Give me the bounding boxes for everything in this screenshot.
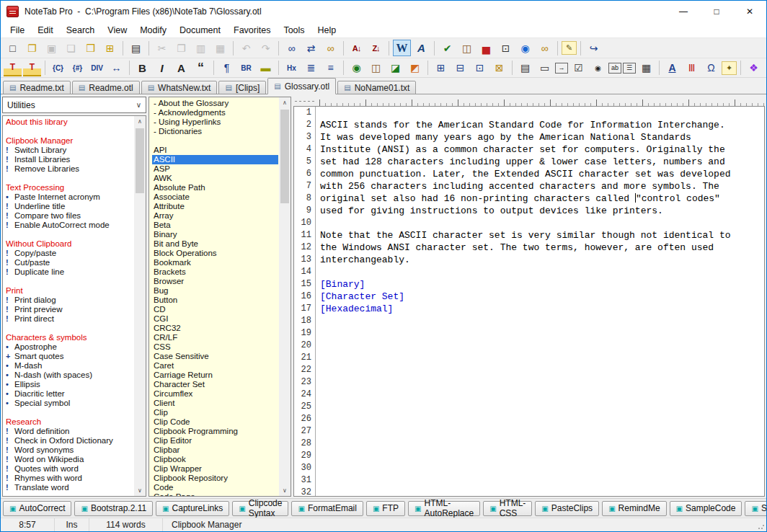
- table-wizard-icon[interactable]: ⊠: [490, 60, 508, 76]
- text-field-tag-icon[interactable]: ab: [608, 63, 621, 74]
- spell-check-icon[interactable]: ✔: [438, 40, 456, 56]
- glossary-item[interactable]: Associate: [152, 192, 278, 202]
- editor-line[interactable]: 32: [294, 487, 764, 497]
- font-color-tag-icon[interactable]: A: [172, 60, 190, 76]
- print-icon[interactable]: ▤: [127, 40, 145, 56]
- editor-line[interactable]: 24: [294, 389, 764, 401]
- table-cell-icon[interactable]: ⊡: [471, 60, 489, 76]
- glossary-item[interactable]: Absolute Path: [152, 183, 278, 192]
- editor-line[interactable]: 27: [294, 425, 764, 438]
- dictionary-icon[interactable]: ◫: [458, 40, 476, 56]
- glossary-item[interactable]: CRC32: [152, 324, 278, 333]
- insert-image-icon[interactable]: ◩: [406, 60, 424, 76]
- editor-line[interactable]: 11Note that the ASCII character set is v…: [294, 229, 764, 241]
- scrollbar-track[interactable]: [279, 108, 291, 485]
- sidebar-item[interactable]: •Special symbol: [6, 399, 133, 408]
- radio-tag-icon[interactable]: ◉: [589, 60, 607, 76]
- minimize-icon[interactable]: —: [667, 1, 700, 22]
- menu-search[interactable]: Search: [60, 22, 102, 37]
- tab-clips[interactable]: ▤[Clips]: [218, 81, 266, 94]
- sidebar-item[interactable]: !Word on Wikipedia: [6, 455, 133, 464]
- sidebar-heading[interactable]: Print: [6, 286, 133, 296]
- text-statistics-icon[interactable]: ▅: [477, 40, 495, 56]
- glossary-item[interactable]: [152, 136, 278, 146]
- sidebar-heading[interactable]: About this library: [6, 118, 133, 127]
- glossary-item[interactable]: Case Sensitive: [152, 352, 278, 361]
- sidebar-item[interactable]: •Ellipsis: [6, 380, 133, 389]
- editor-line[interactable]: 23: [294, 376, 764, 389]
- checkbox-tag-icon[interactable]: ☑: [569, 60, 588, 76]
- scroll-down-icon[interactable]: ∨: [279, 485, 291, 496]
- glossary-item[interactable]: Bug: [152, 286, 278, 296]
- glossary-item[interactable]: Button: [152, 296, 278, 305]
- tab-readme-txt[interactable]: ▤Readme.txt: [3, 81, 71, 94]
- form-tag-icon[interactable]: ▤: [516, 60, 534, 76]
- color-picker-icon[interactable]: Ⅲ: [683, 60, 701, 76]
- sidebar-heading[interactable]: Research: [6, 417, 133, 427]
- editor-line[interactable]: 3It was developed many years ago by the …: [294, 131, 764, 143]
- sidebar-item[interactable]: !Quotes with word: [6, 464, 133, 474]
- resize-grip[interactable]: [758, 523, 765, 530]
- editor-line[interactable]: 15[Binary]: [294, 278, 764, 291]
- clip-tab-smilies[interactable]: ▣Smilies: [745, 501, 767, 516]
- glossary-item[interactable]: Clipbook: [152, 455, 278, 464]
- close-tag-icon[interactable]: T: [23, 60, 41, 76]
- italic-tag-icon[interactable]: I: [153, 60, 171, 76]
- table-row-icon[interactable]: ⊟: [451, 60, 469, 76]
- editor-line[interactable]: 7with 256 characters including accented …: [294, 180, 764, 192]
- div-tag-icon[interactable]: DIV: [88, 60, 106, 76]
- sidebar-item[interactable]: !Check in Oxford Dictionary: [6, 436, 133, 445]
- scroll-down-icon[interactable]: ∨: [134, 485, 146, 496]
- glossary-item[interactable]: Clip Editor: [152, 436, 278, 445]
- replace-icon[interactable]: ⇄: [302, 40, 320, 56]
- sidebar-item[interactable]: !Cut/paste: [6, 258, 133, 267]
- paragraph-tag-icon[interactable]: ¶: [218, 60, 236, 76]
- menu-view[interactable]: View: [101, 22, 133, 37]
- glossary-item[interactable]: ASCII: [152, 155, 278, 164]
- add-to-favorites-icon[interactable]: ⊞: [101, 40, 119, 56]
- glossary-item[interactable]: CR/LF: [152, 333, 278, 342]
- address-book-icon[interactable]: ◫: [367, 60, 385, 76]
- clip-tab-html-autoreplace[interactable]: ▣HTML-AutoReplace: [408, 501, 480, 516]
- editor-line[interactable]: 25: [294, 401, 764, 413]
- sidebar-heading[interactable]: Characters & symbols: [6, 333, 133, 342]
- sidebar-item[interactable]: •N-dash (with spaces): [6, 371, 133, 380]
- sidebar-item[interactable]: •Paste Internet acronym: [6, 192, 133, 202]
- glossary-item[interactable]: CSS: [152, 342, 278, 352]
- glossary-item[interactable]: - Using Hyperlinks: [152, 118, 278, 127]
- glossary-item[interactable]: - Dictionaries: [152, 127, 278, 136]
- open-tag-icon[interactable]: T: [4, 60, 22, 76]
- glossary-item[interactable]: Clipbook Programming: [152, 427, 278, 436]
- sort-descending-icon[interactable]: Z↓: [367, 40, 385, 56]
- clip-tab-autocorrect[interactable]: ▣AutoCorrect: [3, 501, 71, 516]
- menu-document[interactable]: Document: [173, 22, 227, 37]
- editor-line[interactable]: 8original set also had 16 non-printing c…: [294, 192, 764, 205]
- clip-tab-capturelinks[interactable]: ▣CaptureLinks: [156, 501, 229, 516]
- web-search-icon[interactable]: ◉: [516, 40, 534, 56]
- sidebar-item[interactable]: !Word definition: [6, 427, 133, 436]
- scrollbar-thumb[interactable]: [136, 128, 144, 193]
- editor-line[interactable]: 12the Windows ANSI character set. The tw…: [294, 241, 764, 254]
- sidebar-heading[interactable]: Text Processing: [6, 183, 133, 192]
- text-attributes-icon[interactable]: A: [412, 40, 430, 56]
- open-file-icon[interactable]: ❐: [23, 40, 41, 56]
- clip-list-scrollbar[interactable]: ∧ ∨: [134, 116, 146, 496]
- menu-file[interactable]: File: [4, 22, 31, 37]
- glossary-item[interactable]: Bit and Byte: [152, 239, 278, 249]
- glossary-item[interactable]: - About the Glossary: [152, 99, 278, 108]
- glossary-item[interactable]: Block Operations: [152, 249, 278, 258]
- sidebar-item[interactable]: !Enable AutoCorrect mode: [6, 221, 133, 230]
- editor-line[interactable]: 26: [294, 413, 764, 425]
- tab-readme-otl[interactable]: ▤Readme.otl: [72, 81, 140, 94]
- clip-tab-remindme[interactable]: ▣RemindMe: [602, 501, 666, 516]
- tab-glossary-otl[interactable]: ▤Glossary.otl: [267, 78, 336, 94]
- editor-line[interactable]: 21: [294, 352, 764, 364]
- editor-line[interactable]: 6common punctuation. Later, the Extended…: [294, 168, 764, 180]
- glossary-item[interactable]: CGI: [152, 314, 278, 324]
- sidebar-item[interactable]: !Translate word: [6, 483, 133, 492]
- editor-line[interactable]: 19: [294, 327, 764, 340]
- sidebar-item[interactable]: !Switch Library: [6, 146, 133, 155]
- maximize-icon[interactable]: □: [700, 1, 733, 22]
- combo-box-tag-icon[interactable]: ▦: [637, 60, 655, 76]
- clip-tab-ftp[interactable]: ▣FTP: [366, 501, 405, 516]
